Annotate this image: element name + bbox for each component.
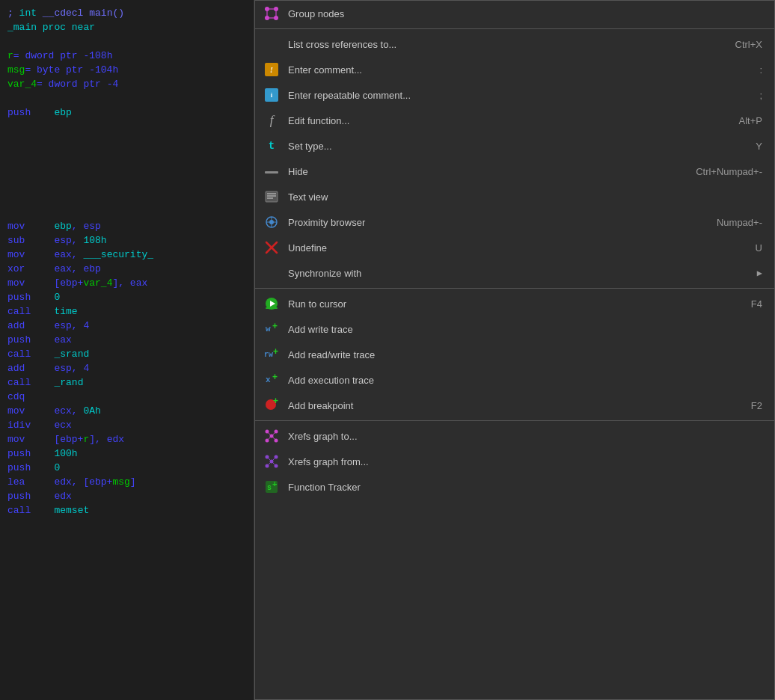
breakpoint-icon: + [263, 396, 281, 414]
menu-item-xrefs-graph-from[interactable]: Xrefs graph from... [255, 449, 774, 474]
code-line: push 100h [7, 446, 246, 461]
menu-item-undefine[interactable]: Undefine U [255, 235, 774, 260]
code-line: r= dword ptr -108h [7, 49, 246, 63]
code-line: add esp, 4 [7, 319, 246, 333]
menu-item-proximity-browser[interactable]: Proximity browser Numpad+- [255, 209, 774, 235]
menu-item-add-write-trace[interactable]: w + Add write trace [255, 316, 774, 342]
menu-item-hide[interactable]: Hide Ctrl+Numpad+- [255, 159, 774, 184]
menu-label-add-write-trace: Add write trace [288, 324, 732, 335]
code-line: call memset [7, 503, 246, 518]
code-line: idiv ecx [7, 418, 246, 432]
code-panel: ; int __cdecl main() _main proc near r= … [0, 0, 254, 700]
svg-text:+: + [272, 322, 278, 331]
synchronize-with-icon [263, 264, 281, 282]
menu-label-synchronize-with: Synchronize with [288, 268, 721, 279]
menu-label-edit-function: Edit function... [288, 115, 709, 126]
menu-label-undefine: Undefine [288, 242, 726, 254]
menu-item-add-rw-trace[interactable]: rw + Add read/write trace [255, 342, 774, 367]
menu-item-group-nodes[interactable]: Group nodes [255, 1, 774, 26]
svg-line-45 [267, 457, 272, 461]
menu-item-list-xrefs[interactable]: List cross references to... Ctrl+X [255, 31, 774, 57]
menu-shortcut-proximity-browser: Numpad+- [717, 217, 762, 228]
svg-rect-22 [266, 307, 278, 309]
menu-label-add-exec-trace: Add execution trace [288, 375, 732, 386]
menu-item-function-tracker[interactable]: s + Function Tracker [255, 474, 774, 500]
svg-point-13 [269, 220, 274, 224]
svg-text:s: s [267, 484, 272, 492]
menu-item-run-to-cursor[interactable]: Run to cursor F4 [255, 291, 774, 316]
menu-shortcut-undefine: U [756, 242, 762, 254]
menu-label-xrefs-graph-to: Xrefs graph to... [288, 431, 732, 442]
hide-icon [263, 162, 281, 180]
comment-icon: ! [263, 61, 281, 79]
menu-shortcut-run-to-cursor: F4 [751, 298, 762, 310]
menu-item-text-view[interactable]: Text view [255, 184, 774, 209]
write-trace-icon: w + [263, 320, 281, 338]
proximity-icon [263, 213, 281, 231]
menu-label-rep-comment: Enter repeatable comment... [288, 90, 729, 101]
code-line [7, 162, 246, 176]
menu-item-xrefs-graph-to[interactable]: Xrefs graph to... [255, 423, 774, 449]
menu-label-function-tracker: Function Tracker [288, 482, 732, 493]
code-line: add esp, 4 [7, 361, 246, 375]
menu-item-set-type[interactable]: t Set type... Y [255, 133, 774, 159]
xrefs-from-icon [263, 452, 281, 470]
code-line: lea edx, [ebp+msg] [7, 475, 246, 489]
context-menu: Group nodes List cross references to... … [254, 0, 775, 700]
code-line [7, 34, 246, 49]
menu-item-rep-comment[interactable]: i Enter repeatable comment... ; [255, 82, 774, 108]
code-line: push ebp [7, 105, 246, 120]
code-line [7, 176, 246, 191]
code-line: mov ebp, esp [7, 219, 246, 233]
svg-line-47 [267, 461, 272, 466]
code-line [7, 91, 246, 105]
menu-shortcut-enter-comment: : [759, 64, 762, 76]
code-line: mov [ebp+r], edx [7, 432, 246, 446]
menu-item-add-exec-trace[interactable]: x + Add execution trace [255, 367, 774, 393]
svg-text:x: x [266, 375, 271, 384]
undefine-icon [263, 239, 281, 257]
svg-line-46 [272, 457, 276, 461]
menu-label-hide: Hide [288, 166, 666, 177]
code-line: mov eax, ___security_ [7, 248, 246, 262]
svg-text:+: + [273, 347, 278, 357]
svg-line-39 [272, 436, 276, 440]
code-line: mov ecx, 0Ah [7, 404, 246, 418]
menu-label-run-to-cursor: Run to cursor [288, 298, 721, 310]
svg-text:rw: rw [264, 351, 273, 359]
menu-label-group-nodes: Group nodes [288, 8, 732, 19]
menu-shortcut-set-type: Y [756, 141, 762, 152]
menu-label-text-view: Text view [288, 191, 732, 203]
code-line: push 0 [7, 461, 246, 475]
code-line: call time [7, 304, 246, 319]
code-line: push 0 [7, 290, 246, 304]
menu-label-proximity-browser: Proximity browser [288, 217, 687, 228]
text-view-icon [263, 188, 281, 206]
func-tracker-icon: s + [263, 478, 281, 496]
menu-label-add-breakpoint: Add breakpoint [288, 400, 721, 411]
code-line: call _rand [7, 375, 246, 390]
submenu-arrow: ▶ [757, 268, 762, 279]
menu-item-edit-function[interactable]: f Edit function... Alt+P [255, 108, 774, 133]
svg-line-48 [272, 461, 276, 466]
separator-3 [255, 420, 774, 421]
menu-label-list-xrefs: List cross references to... [288, 39, 705, 50]
code-line: push edx [7, 489, 246, 503]
svg-line-38 [267, 436, 272, 440]
code-line [7, 120, 246, 134]
code-line: var_4= dword ptr -4 [7, 77, 246, 91]
code-line [7, 191, 246, 205]
menu-shortcut-edit-function: Alt+P [739, 115, 762, 126]
code-line: call _srand [7, 347, 246, 361]
menu-item-add-breakpoint[interactable]: + Add breakpoint F2 [255, 393, 774, 418]
edit-func-icon: f [263, 111, 281, 129]
separator-2 [255, 288, 774, 289]
menu-item-enter-comment[interactable]: ! Enter comment... : [255, 57, 774, 82]
svg-text:w: w [266, 325, 271, 334]
menu-shortcut-add-breakpoint: F2 [751, 400, 762, 411]
menu-label-add-rw-trace: Add read/write trace [288, 349, 732, 360]
separator [255, 28, 774, 29]
exec-trace-icon: x + [263, 371, 281, 389]
run-cursor-icon [263, 295, 281, 313]
menu-item-synchronize-with[interactable]: Synchronize with ▶ [255, 260, 774, 286]
